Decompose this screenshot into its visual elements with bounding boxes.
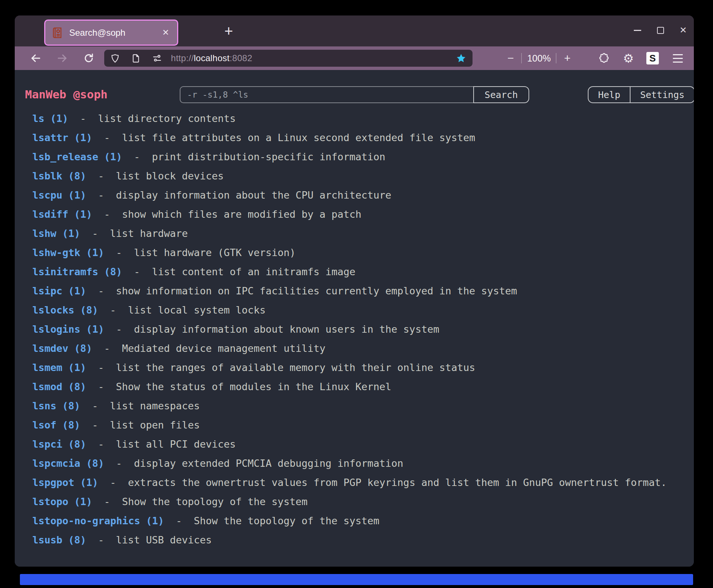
man-page-link[interactable]: lspgpot(1) xyxy=(32,477,98,488)
result-row: lsattr(1) - list file attributes on a Li… xyxy=(32,128,688,147)
navigation-toolbar: http://localhost:8082 − 100% + ⚙ S xyxy=(15,46,694,70)
window-controls: ✕ xyxy=(632,25,688,35)
extensions-puzzle-icon[interactable] xyxy=(598,52,610,64)
result-description: list local system locks xyxy=(128,304,266,316)
man-page-link[interactable]: lsmod(8) xyxy=(32,381,86,392)
separator-dash: - xyxy=(104,209,110,220)
man-page-link[interactable]: lshw(1) xyxy=(32,228,80,239)
result-row: lsdiff(1) - show which files are modifie… xyxy=(32,205,688,224)
man-page-link[interactable]: lspcmcia(8) xyxy=(32,458,104,469)
results-list: ls(1) - list directory contents lsattr(1… xyxy=(32,109,688,550)
zoom-in-button[interactable]: + xyxy=(561,52,573,64)
result-row: lstopo-no-graphics(1) - Show the topolog… xyxy=(32,511,688,531)
result-description: Mediated device management utility xyxy=(122,343,326,354)
result-description: extracts the ownertrust values from PGP … xyxy=(128,477,667,488)
url-text[interactable]: http://localhost:8082 xyxy=(171,53,252,63)
result-description: list namespaces xyxy=(110,400,200,412)
man-page-link[interactable]: lsdiff(1) xyxy=(32,209,92,220)
separator-dash: - xyxy=(98,285,104,297)
help-button[interactable]: Help xyxy=(589,87,630,102)
result-row: lsmod(8) - Show the status of modules in… xyxy=(32,377,688,396)
bookmark-star-icon[interactable] xyxy=(456,53,467,64)
url-port: :8082 xyxy=(230,53,253,63)
extension-s-badge[interactable]: S xyxy=(646,52,659,64)
man-page-link[interactable]: ls(1) xyxy=(32,113,68,124)
permissions-toggles-icon[interactable] xyxy=(152,53,162,63)
settings-button[interactable]: Settings xyxy=(630,87,694,102)
search-input[interactable] xyxy=(180,86,473,103)
separator-dash: - xyxy=(92,400,98,412)
zoom-out-button[interactable]: − xyxy=(504,52,517,64)
result-row: lsns(8) - list namespaces xyxy=(32,396,688,416)
gear-icon[interactable]: ⚙ xyxy=(623,52,634,64)
result-row: lshw(1) - list hardware xyxy=(32,224,688,243)
result-description: list hardware xyxy=(110,228,188,239)
result-row: lslocks(8) - list local system locks xyxy=(32,301,688,320)
help-settings-group: Help Settings xyxy=(588,86,694,103)
man-page-link[interactable]: lsb_release(1) xyxy=(32,151,122,162)
page-info-icon[interactable] xyxy=(131,53,141,63)
result-description: print distribution-specific information xyxy=(152,151,385,162)
separator-dash: - xyxy=(92,419,98,431)
man-page-link[interactable]: lsipc(1) xyxy=(32,285,86,297)
shield-icon[interactable] xyxy=(110,53,120,63)
url-scheme: http:// xyxy=(171,53,194,63)
man-page-link[interactable]: lshw-gtk(1) xyxy=(32,247,104,258)
result-row: lsof(8) - list open files xyxy=(32,416,688,435)
man-page-link[interactable]: lslocks(8) xyxy=(32,304,98,316)
separator-dash: - xyxy=(80,113,86,124)
tab-title: Search@soph xyxy=(69,28,160,38)
result-row: lsmem(1) - list the ranges of available … xyxy=(32,358,688,377)
man-page-link[interactable]: lsns(8) xyxy=(32,400,80,412)
separator-dash: - xyxy=(116,458,122,469)
man-page-link[interactable]: lsusb(8) xyxy=(32,534,86,546)
man-page-link[interactable]: lstopo-no-graphics(1) xyxy=(32,515,164,526)
maximize-button[interactable] xyxy=(655,25,665,35)
man-page-link[interactable]: lsinitramfs(8) xyxy=(32,266,122,277)
separator-dash: - xyxy=(92,228,98,239)
page-content: ManWeb @soph Search Help Settings ls(1) … xyxy=(15,70,694,567)
result-description: display information about the CPU archit… xyxy=(116,189,391,201)
man-page-link[interactable]: lsattr(1) xyxy=(32,132,92,143)
man-page-link[interactable]: lspci(8) xyxy=(32,438,86,450)
browser-tab[interactable]: Search@soph ✕ xyxy=(44,20,178,46)
result-description: list file attributes on a Linux second e… xyxy=(122,132,475,143)
separator-dash: - xyxy=(116,247,122,258)
url-bar[interactable]: http://localhost:8082 xyxy=(104,50,473,67)
result-description: Show the status of modules in the Linux … xyxy=(116,381,391,392)
man-page-link[interactable]: lsmem(1) xyxy=(32,362,86,373)
page-title: ManWeb @soph xyxy=(25,88,108,101)
result-row: lshw-gtk(1) - list hardware (GTK version… xyxy=(32,243,688,262)
man-page-link[interactable]: lslogins(1) xyxy=(32,323,104,335)
man-page-link[interactable]: lsblk(8) xyxy=(32,170,86,182)
reload-icon[interactable] xyxy=(82,52,95,64)
result-row: lsblk(8) - list block devices xyxy=(32,167,688,186)
man-page-link[interactable]: lsof(8) xyxy=(32,419,80,431)
result-row: lspci(8) - list all PCI devices xyxy=(32,435,688,454)
man-page-link[interactable]: lsmdev(8) xyxy=(32,343,92,354)
forward-icon[interactable] xyxy=(56,52,69,64)
man-page-link[interactable]: lstopo(1) xyxy=(32,496,92,507)
new-tab-button[interactable]: + xyxy=(219,22,238,39)
minimize-button[interactable] xyxy=(632,25,643,35)
separator-dash: - xyxy=(104,132,110,143)
menu-hamburger-icon[interactable] xyxy=(673,54,683,63)
tab-close-icon[interactable]: ✕ xyxy=(160,27,171,38)
result-row: ls(1) - list directory contents xyxy=(32,109,688,128)
man-page-link[interactable]: lscpu(1) xyxy=(32,189,86,201)
back-icon[interactable] xyxy=(29,52,42,64)
separator-dash: - xyxy=(134,151,140,162)
separator-dash: - xyxy=(98,534,104,546)
result-description: show information on IPC facilities curre… xyxy=(116,285,517,297)
result-row: lspcmcia(8) - display extended PCMCIA de… xyxy=(32,454,688,473)
result-description: display extended PCMCIA debugging inform… xyxy=(134,458,404,469)
zoom-level[interactable]: 100% xyxy=(527,53,551,64)
search-button[interactable]: Search xyxy=(473,86,529,103)
browser-window: Search@soph ✕ + ✕ xyxy=(15,15,694,567)
close-button[interactable]: ✕ xyxy=(678,25,688,35)
result-description: list USB devices xyxy=(116,534,212,546)
result-description: list the ranges of available memory with… xyxy=(116,362,475,373)
result-row: lsmdev(8) - Mediated device management u… xyxy=(32,339,688,358)
separator-dash: - xyxy=(176,515,182,526)
result-row: lscpu(1) - display information about the… xyxy=(32,186,688,205)
